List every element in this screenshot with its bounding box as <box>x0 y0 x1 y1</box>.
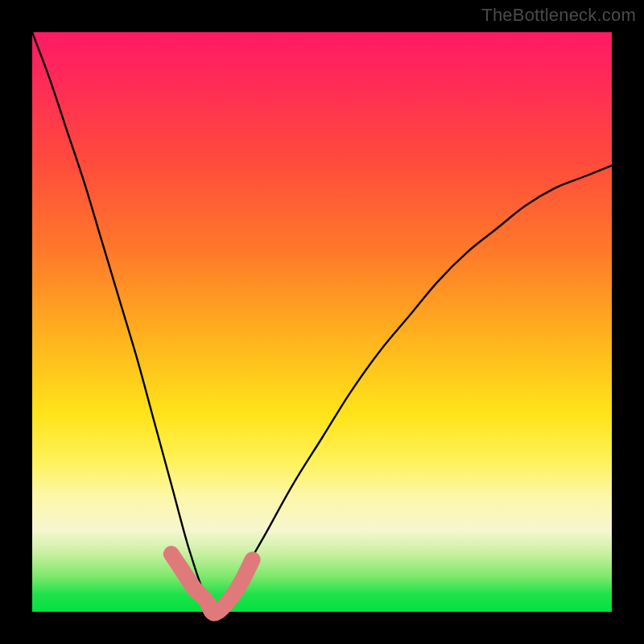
chart-frame: TheBottleneck.com <box>0 0 644 644</box>
watermark-text: TheBottleneck.com <box>481 5 636 26</box>
plot-area <box>32 32 612 612</box>
chart-svg <box>32 32 612 612</box>
bottleneck-curve <box>32 32 612 613</box>
plateau-marker <box>171 554 253 613</box>
